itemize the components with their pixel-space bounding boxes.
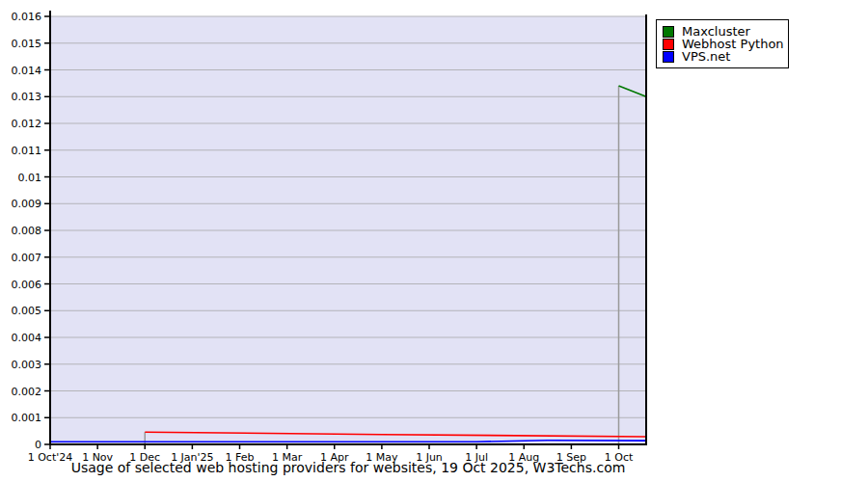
y-tick-label: 0.001 <box>12 412 42 424</box>
legend-label: VPS.net <box>682 50 730 63</box>
y-tick-label: 0.015 <box>12 38 42 50</box>
y-tick-label: 0.013 <box>12 91 42 103</box>
y-tick-label: 0.007 <box>12 252 42 264</box>
y-tick-label: 0.006 <box>12 279 42 291</box>
usage-chart: 00.0010.0020.0030.0040.0050.0060.0070.00… <box>0 0 868 482</box>
legend: MaxclusterWebhost PythonVPS.net <box>656 19 789 68</box>
y-tick-label: 0 <box>35 439 41 451</box>
legend-item-vps-net: VPS.net <box>663 50 784 63</box>
legend-swatch-icon <box>663 26 674 38</box>
y-tick-label: 0.014 <box>12 65 42 77</box>
y-tick-label: 0.002 <box>12 386 42 398</box>
y-tick-label: 0.012 <box>12 118 42 130</box>
legend-swatch-icon <box>663 39 674 50</box>
y-tick-label: 0.003 <box>12 359 42 371</box>
y-tick-label: 0.011 <box>12 145 42 157</box>
y-tick-label: 0.009 <box>12 198 42 210</box>
y-tick-label: 0.004 <box>12 332 42 344</box>
y-tick-label: 0.005 <box>12 305 42 317</box>
y-tick-label: 0.01 <box>18 172 42 184</box>
chart-caption: Usage of selected web hosting providers … <box>50 460 646 475</box>
y-tick-label: 0.016 <box>12 11 42 23</box>
y-tick-label: 0.008 <box>12 225 42 237</box>
legend-swatch-icon <box>663 51 674 63</box>
usage-chart-container: 00.0010.0020.0030.0040.0050.0060.0070.00… <box>0 0 868 482</box>
